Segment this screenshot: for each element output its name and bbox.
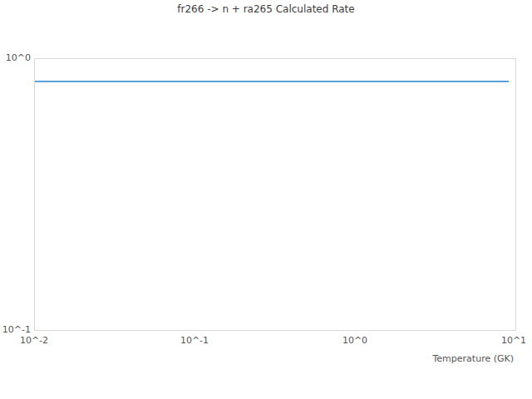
- rate-line-series: [35, 81, 509, 82]
- x-tick-label-1e0: 10^0: [342, 335, 367, 346]
- plot-area: [34, 58, 516, 331]
- x-tick-label-1e-2: 10^-2: [20, 335, 48, 346]
- y-tick-label-1e-1: 10^-1: [0, 324, 31, 335]
- y-tick-label-1e0: 10^0: [0, 52, 31, 63]
- chart-figure: fr266 -> n + ra265 Calculated Rate 10^0 …: [0, 0, 532, 399]
- chart-title: fr266 -> n + ra265 Calculated Rate: [0, 3, 532, 15]
- x-axis-title: Temperature (GK): [433, 353, 515, 364]
- x-tick-label-1e-1: 10^-1: [180, 335, 209, 346]
- x-tick-label-1e1: 10^1: [501, 335, 526, 346]
